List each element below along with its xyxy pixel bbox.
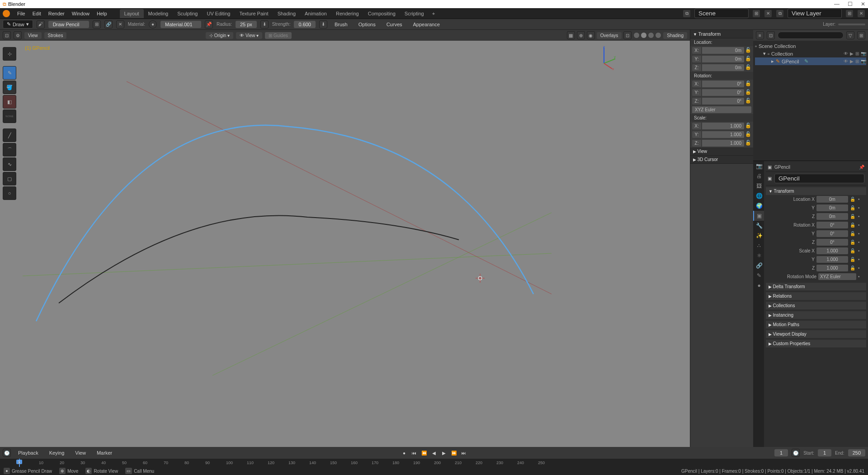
outliner-filter-icon[interactable]: ▽ [846, 31, 854, 39]
transform-panel-header[interactable]: Transform [690, 30, 753, 38]
tree-gpencil[interactable]: ▸ ✎ GPencil ✎ 👁▶⊞📷 [755, 57, 866, 65]
playback-menu[interactable]: Playback [14, 449, 42, 456]
header-settings-icon[interactable]: ⚙ [14, 31, 22, 39]
play-reverse-icon[interactable]: ◀ [430, 449, 438, 456]
lock-icon[interactable]: 🔓 [745, 56, 751, 62]
prop-rot-z[interactable]: 0° [816, 239, 848, 246]
3d-viewport[interactable]: (1) GPencil ⊹ ✎ 🪣 ◧ NONE ╱ ⌒ ∿ ▢ ○ z y [0, 41, 690, 447]
mode-select[interactable]: ✎ Draw ▾ [3, 20, 33, 28]
prop-rotmode[interactable]: XYZ Euler [818, 273, 856, 280]
tab-layout[interactable]: Layout [120, 9, 144, 18]
lock-icon[interactable]: 🔓 [850, 223, 856, 228]
material-value[interactable]: Material.001 [160, 21, 201, 28]
menu-help[interactable]: Help [93, 11, 111, 16]
tab-scene[interactable]: 🌐 [753, 191, 764, 201]
brush-name[interactable]: Draw Pencil [48, 21, 89, 28]
tab-animation[interactable]: Animation [300, 9, 331, 18]
viewlayer-delete-icon[interactable]: ✕ [857, 10, 865, 18]
strength-pressure-icon[interactable]: ⬇ [319, 20, 327, 28]
brush-icon[interactable]: 🖌 [37, 20, 45, 28]
tab-render[interactable]: 📷 [753, 161, 764, 171]
select-icon[interactable]: ⊞ [855, 59, 859, 64]
lock-icon[interactable]: 🔓 [745, 131, 751, 138]
scl-y[interactable]: 1.000 [702, 131, 744, 138]
tab-physics[interactable]: ⚛ [753, 251, 764, 261]
tab-texture-paint[interactable]: Texture Paint [235, 9, 273, 18]
start-frame[interactable]: 1 [818, 449, 831, 456]
render-icon[interactable]: 📷 [861, 59, 866, 64]
eye-icon[interactable]: 👁 [844, 59, 848, 64]
brush-grid-icon[interactable]: ⊞ [93, 20, 101, 28]
radius-value[interactable]: 25 px [236, 21, 257, 28]
prop-rot-x[interactable]: 0° [816, 222, 848, 228]
viewlayer-new-icon[interactable]: ⊞ [845, 10, 854, 18]
add-workspace-button[interactable]: + [429, 9, 439, 18]
close-icon[interactable]: ✕ [861, 1, 865, 7]
timeline-editor-icon[interactable]: 🕐 [3, 449, 11, 457]
scene-browse-icon[interactable]: ⧉ [683, 10, 691, 18]
lock-icon[interactable]: 🔓 [850, 240, 856, 245]
tab-viewlayer[interactable]: 🖼 [753, 181, 764, 191]
tab-shading[interactable]: Shading [273, 9, 300, 18]
lock-icon[interactable]: 🔓 [850, 266, 856, 271]
jump-start-icon[interactable]: ⏮ [410, 449, 418, 456]
strength-value[interactable]: 0.600 [294, 21, 316, 28]
tab-modifiers[interactable]: 🔧 [753, 221, 764, 231]
prop-custom-header[interactable]: Custom Properties [766, 340, 866, 347]
layer-select[interactable] [838, 24, 865, 25]
origin-dropdown[interactable]: ⊹ Origin ▾ [206, 32, 233, 39]
loc-x[interactable]: 0m [702, 47, 744, 54]
lock-icon[interactable]: 🔓 [745, 123, 751, 129]
prop-rot-y[interactable]: 0° [816, 230, 848, 237]
rendered-shading-icon[interactable] [655, 32, 661, 38]
lock-icon[interactable]: 🔓 [745, 98, 751, 104]
prop-loc-x[interactable]: 0m [816, 196, 848, 203]
lock-icon[interactable]: 🔓 [850, 257, 856, 262]
scene-new-icon[interactable]: ⊞ [752, 10, 760, 18]
loc-y[interactable]: 0m [702, 56, 744, 62]
blender-icon[interactable] [3, 10, 10, 17]
end-frame[interactable]: 250 [848, 449, 865, 456]
arrow-icon[interactable]: ▶ [850, 59, 854, 64]
object-name-input[interactable] [774, 174, 864, 183]
render-icon[interactable]: 📷 [861, 51, 866, 56]
rotation-mode[interactable]: XYZ Euler [692, 106, 751, 113]
loc-z[interactable]: 0m [702, 64, 744, 71]
prop-scl-x[interactable]: 1.000 [816, 247, 848, 254]
tab-particles[interactable]: ∴ [753, 241, 764, 251]
prop-transform-header[interactable]: Transform [766, 187, 866, 195]
tab-uv-editing[interactable]: UV Editing [202, 9, 235, 18]
tab-effects[interactable]: ✨ [753, 231, 764, 241]
guides-dropdown[interactable]: ⊞ Guides [265, 32, 291, 39]
material-circle-icon[interactable]: ● [149, 20, 157, 28]
lock-icon[interactable]: 🔓 [745, 81, 751, 87]
lock-icon[interactable]: 🔓 [850, 231, 856, 236]
keying-menu[interactable]: Keying [46, 449, 68, 456]
tab-material[interactable]: ● [753, 280, 764, 290]
eye-icon[interactable]: 👁 [844, 51, 848, 56]
tab-constraints[interactable]: 🔗 [753, 261, 764, 271]
tree-collection[interactable]: ▾ ▫ Collection 👁▶⊞📷 [755, 50, 866, 57]
sel-visibility-icon[interactable]: ▦ [567, 31, 575, 39]
prop-viewport-header[interactable]: Viewport Display [766, 330, 866, 338]
select-icon[interactable]: ⊞ [855, 51, 859, 56]
tab-compositing[interactable]: Compositing [363, 9, 400, 18]
prop-scl-y[interactable]: 1.000 [816, 256, 848, 263]
overlays-dropdown[interactable]: Overlays [597, 32, 622, 39]
material-pin-icon[interactable]: 📌 [205, 20, 213, 28]
prop-instancing-header[interactable]: Instancing [766, 311, 866, 319]
keyframe-prev-icon[interactable]: ⏪ [420, 449, 428, 456]
auto-key-icon[interactable]: ● [401, 449, 408, 456]
lock-icon[interactable]: 🔓 [850, 197, 856, 202]
tab-scripting[interactable]: Scripting [400, 9, 429, 18]
radius-pressure-icon[interactable]: ⬇ [260, 20, 269, 28]
view-dropdown[interactable]: 👁 View ▾ [236, 32, 262, 39]
lock-icon[interactable]: 🔓 [850, 205, 856, 210]
prop-collections-header[interactable]: Collections [766, 302, 866, 309]
view-menu[interactable]: View [24, 32, 42, 39]
brush-menu[interactable]: Brush [331, 21, 351, 28]
current-frame[interactable]: 1 [774, 449, 788, 456]
play-icon[interactable]: ▶ [440, 449, 448, 456]
brush-link-icon[interactable]: 🔗 [104, 20, 113, 28]
outliner-new-icon[interactable]: ⊞ [857, 31, 865, 39]
